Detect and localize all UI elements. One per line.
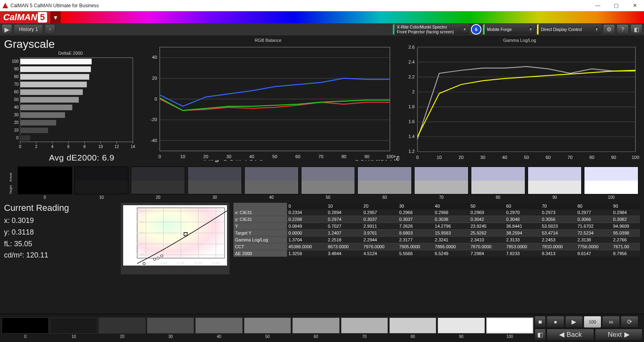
svg-point-113: [161, 255, 163, 257]
deltae-bar-chart: 024681012141009080706050403020100: [4, 56, 137, 150]
svg-text:30: 30: [226, 154, 231, 159]
back-button[interactable]: ◀Back: [547, 329, 594, 341]
svg-text:50: 50: [272, 154, 277, 159]
ddc-device-selector[interactable]: Direct Display Control ▾: [537, 24, 601, 35]
svg-text:6: 6: [67, 144, 70, 148]
swatch-20: 20: [131, 167, 185, 200]
rgb-balance-chart: -40-20020400102030405060708090100: [142, 43, 394, 160]
svg-text:-20: -20: [151, 117, 157, 122]
svg-text:40: 40: [14, 105, 19, 109]
settings-button[interactable]: ⚙: [603, 24, 615, 35]
swatch-100: 100: [584, 167, 638, 200]
chevron-down-icon: ▾: [593, 26, 600, 33]
play-button-bottom[interactable]: ▶: [565, 316, 583, 328]
svg-text:60: 60: [295, 154, 300, 159]
svg-text:12: 12: [114, 144, 119, 148]
window-close-button[interactable]: ✕: [625, 0, 644, 11]
svg-text:-0.35: -0.35: [136, 209, 145, 213]
brand-bar: CalMAN5 ▾: [0, 11, 644, 23]
svg-rect-61: [417, 47, 636, 152]
swatch-axis-labels: ActualTarget: [6, 167, 15, 200]
svg-text:1.8: 1.8: [409, 104, 415, 109]
ire-step-70[interactable]: 70: [341, 317, 388, 339]
svg-text:80: 80: [14, 74, 19, 79]
svg-text:0: 0: [19, 144, 21, 148]
ire-step-90[interactable]: 90: [438, 317, 485, 339]
panel-toggle-button[interactable]: ◧: [630, 24, 642, 35]
window-minimize-button[interactable]: —: [588, 0, 607, 11]
svg-text:0: 0: [159, 154, 161, 159]
svg-text:20: 20: [203, 154, 208, 159]
brand-logo: CalMAN5: [0, 11, 50, 23]
svg-text:90: 90: [611, 155, 616, 160]
continuous-button[interactable]: ∞: [602, 316, 620, 328]
svg-text:40: 40: [502, 155, 507, 160]
level-button[interactable]: 100: [584, 316, 601, 328]
svg-text:70: 70: [318, 154, 323, 159]
swatch-40: 40: [244, 167, 299, 200]
svg-text:60: 60: [546, 155, 551, 160]
svg-rect-23: [20, 82, 87, 88]
svg-text:30: 30: [14, 113, 19, 117]
history-tab[interactable]: History 1: [14, 24, 43, 35]
ire-step-0[interactable]: 0: [2, 317, 49, 339]
ire-step-40[interactable]: 40: [195, 317, 242, 339]
svg-text:2.2: 2.2: [409, 74, 415, 79]
swatch-30: 30: [188, 167, 242, 200]
svg-rect-25: [20, 89, 83, 95]
reading-y: y: 0.3118: [4, 227, 117, 238]
ire-step-10[interactable]: 10: [50, 317, 97, 339]
play-button[interactable]: ▶: [2, 24, 12, 35]
meter-device-selector[interactable]: X-Rite ColorMunki SpectroFront Projector…: [393, 24, 469, 35]
svg-text:80: 80: [589, 155, 594, 160]
window-titlebar: CalMAN 5 CalMAN Ultimate for Business — …: [0, 0, 644, 11]
rgb-chart-title: RGB Balance: [142, 38, 394, 43]
cie-chart: 0.290.300.310.320.33-0.31-0.32-0.33-0.34…: [121, 203, 229, 274]
current-reading-title: Current Reading: [4, 203, 117, 213]
app-logo-icon: [2, 3, 8, 8]
svg-rect-21: [20, 74, 89, 80]
stop-all-button[interactable]: ◧: [535, 329, 546, 341]
svg-text:-0.33: -0.33: [136, 231, 145, 235]
svg-text:100: 100: [632, 155, 639, 160]
svg-rect-37: [20, 135, 31, 141]
svg-text:100: 100: [12, 59, 19, 64]
reading-count-badge[interactable]: 6: [471, 24, 481, 35]
refresh-button[interactable]: ⟳: [621, 316, 638, 328]
ire-step-100[interactable]: 100: [486, 317, 533, 339]
svg-text:20: 20: [14, 120, 19, 125]
stop-button[interactable]: ■: [535, 316, 546, 328]
svg-text:2: 2: [412, 89, 415, 94]
add-tab-button[interactable]: +: [45, 24, 55, 35]
svg-text:2: 2: [35, 144, 37, 148]
svg-text:60: 60: [14, 90, 19, 94]
ire-step-20[interactable]: 20: [99, 317, 146, 339]
reading-cdm2: cd/m²: 120.11: [4, 249, 117, 261]
svg-text:80: 80: [341, 154, 346, 159]
record-button[interactable]: ●: [547, 316, 564, 328]
svg-text:1.4: 1.4: [409, 134, 415, 139]
svg-text:100: 100: [386, 154, 394, 159]
svg-text:50: 50: [524, 155, 529, 160]
source-device-selector[interactable]: Mobile Forge ▾: [483, 24, 535, 35]
grayscale-swatches: 0102030405060708090100: [18, 167, 638, 200]
svg-text:40: 40: [152, 55, 157, 60]
swatch-10: 10: [74, 167, 129, 200]
svg-rect-19: [20, 66, 91, 72]
gamma-chart-title: Gamma Log/Log: [399, 38, 640, 43]
window-maximize-button[interactable]: ▢: [607, 0, 625, 11]
svg-text:0: 0: [16, 136, 19, 140]
ire-step-80[interactable]: 80: [389, 317, 436, 339]
brand-menu-button[interactable]: ▾: [50, 11, 61, 23]
ire-step-50[interactable]: 50: [244, 317, 291, 339]
spectrum-bar: [61, 11, 644, 23]
svg-text:70: 70: [568, 155, 573, 160]
ire-step-60[interactable]: 60: [292, 317, 339, 339]
svg-rect-31: [20, 112, 65, 118]
help-button[interactable]: ?: [617, 24, 629, 35]
avg-de-stat: Avg dE2000: 6.9: [49, 153, 114, 163]
svg-rect-35: [20, 128, 48, 134]
ire-step-30[interactable]: 30: [147, 317, 194, 339]
next-button[interactable]: Next▶: [595, 329, 642, 341]
svg-text:14: 14: [130, 144, 135, 148]
